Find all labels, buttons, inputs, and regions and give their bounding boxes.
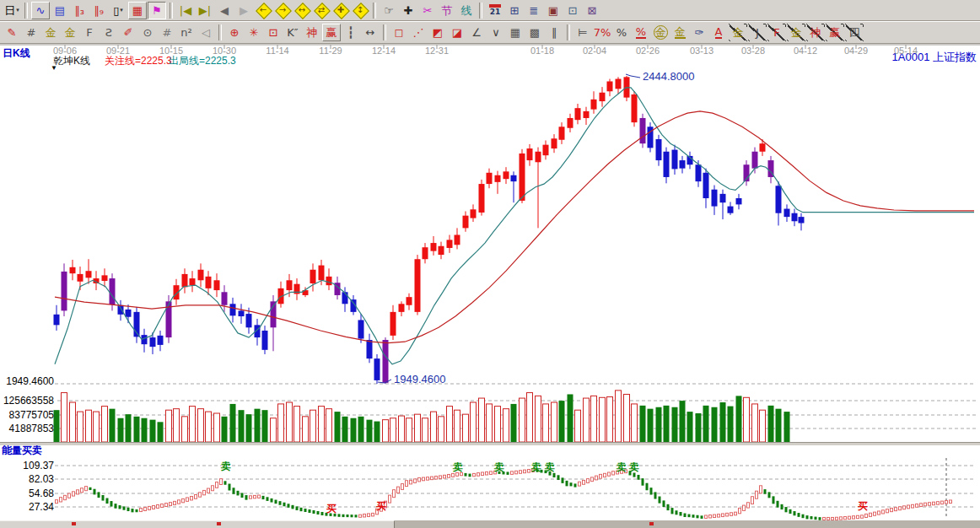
exit-line-value: 出局线=2225.3 [169, 56, 236, 67]
calendar-21-icon: 21 [490, 8, 501, 16]
drag-hand-icon: ☞ [384, 5, 394, 16]
axis-tick-label: 54.68 [0, 488, 54, 499]
grid-b-icon: ▩ [530, 27, 540, 38]
period-day-selector: 日 [4, 5, 15, 16]
axis-tick-label: 82.03 [0, 473, 54, 485]
parallel-lines-icon: ∥ [552, 27, 557, 38]
shift-right-diamond-icon: → [279, 6, 286, 14]
kline-pattern-icon: ▦ [132, 5, 143, 16]
sell-signal-label: 卖 [531, 461, 541, 475]
date-label: 11-29 [319, 46, 342, 56]
axis-tick-label: 27.34 [0, 501, 54, 513]
scrollbar-marker [217, 522, 221, 525]
send-icon: ⊠ [588, 5, 597, 16]
ruler-123-icon: ┇ [347, 27, 354, 38]
f-ruler-icon: F [86, 27, 92, 38]
axis-tick-label: 41887853 [0, 423, 54, 434]
f-slash-icon: F [773, 27, 779, 38]
date-label: 04-12 [794, 46, 817, 56]
overlay-indicator-title: 乾坤K线 [53, 56, 90, 67]
info-panel-icon: ▤ [55, 5, 65, 16]
compress-all-diamond-icon: ✚ [337, 6, 344, 14]
buy-signal-label: 买 [376, 499, 386, 514]
axis-tick-label: 1949.4600 [0, 375, 54, 387]
scrollbar-marker [649, 522, 654, 525]
scrollbar-marker [72, 522, 76, 525]
pen-measure-icon: ✑ [695, 27, 704, 38]
star-target-icon: ✳ [250, 27, 259, 38]
gauge-icon: ⊨ [578, 27, 587, 38]
date-label: 12-14 [372, 46, 396, 56]
chart-canvas[interactable] [0, 0, 980, 528]
date-label: 10-30 [213, 46, 236, 56]
attention-line-value: 关注线=2225.3 [105, 56, 172, 67]
sell-signal-label: 卖 [545, 461, 555, 475]
grid-ruler-icon: # [27, 27, 36, 38]
ying-tool-icon: 赢 [326, 27, 337, 38]
circle-target-icon: ⊕ [230, 27, 240, 38]
j-slash-icon: J [756, 27, 759, 38]
crosshair-icon: ✚ [404, 5, 413, 16]
minute-3-chart-icon: ∥₃ [74, 5, 84, 16]
percent-slash-icon: 7% [594, 27, 611, 38]
indicator-marker-icon: ▼ [51, 65, 57, 73]
axis-tick-label: 125663558 [0, 395, 54, 407]
calculator-icon: ⊞ [510, 5, 520, 16]
save-icon: ▣ [548, 5, 558, 16]
n2-ruler-icon: n² [180, 27, 191, 38]
sell-signal-label: 卖 [617, 461, 627, 475]
grid-a-icon: ▦ [510, 27, 520, 38]
sell-signal-label: 卖 [494, 461, 504, 475]
fan-left-icon: ◩ [433, 27, 443, 38]
date-label: 01-18 [530, 46, 554, 56]
axis-tick-label: 83775705 [0, 409, 54, 421]
next-page-icon: ▶ [240, 5, 248, 16]
trend-curve-icon: ∿ [36, 5, 46, 16]
a-wave-icon: A [715, 26, 723, 39]
expand-h-diamond-icon: ↔ [299, 6, 305, 14]
ray-fan-icon: ⋰ [413, 27, 424, 38]
dropdown-arrow-icon[interactable]: ▾ [120, 7, 123, 13]
angle-rays-icon: ∠ [471, 27, 482, 38]
prev-page-icon: ◀ [220, 5, 229, 16]
ying-slash-icon: 赢 [830, 27, 841, 38]
gold-line-icon: 金 [675, 26, 686, 39]
first-page-icon: |◀ [180, 5, 191, 16]
gann-box-icon: ◻ [395, 27, 404, 38]
hash-ruler-icon: # [163, 27, 172, 38]
date-label: 04-29 [844, 46, 868, 56]
horizontal-scrollbar[interactable] [0, 520, 980, 528]
triangle-flag-icon: ◁ [202, 27, 210, 38]
fan-right-icon: ◪ [452, 27, 462, 38]
percent-slash-icon[interactable]: 7% [593, 24, 611, 41]
compress-h-diamond-icon: ⇄ [318, 6, 325, 14]
gold-slash-1-icon: 金 [733, 27, 744, 38]
cut-line-icon: ✂ [423, 5, 433, 16]
minute-9-chart-icon: ∥₉ [94, 5, 104, 16]
dropdown-arrow-icon[interactable]: ▾ [16, 7, 19, 13]
pane-splitter[interactable] [0, 442, 980, 445]
buy-signal-label: 买 [858, 499, 868, 514]
clock-tool-icon: ⊙ [143, 27, 153, 38]
percent-icon: % [617, 27, 627, 38]
axis-tick-label: 109.37 [0, 460, 54, 471]
gold-slash-2-icon: 金 [791, 27, 802, 38]
gold-circle-icon: 金 [654, 25, 668, 40]
buy-signal-label: 买 [326, 502, 337, 516]
low-annotation: 1949.4600 [394, 374, 445, 385]
kline-style-icon: ▯ [113, 5, 119, 16]
k-note-icon: K″ [287, 27, 298, 38]
date-label: 05-14 [894, 46, 918, 56]
scrollbar-thumb[interactable] [0, 520, 395, 528]
date-label: 12-31 [425, 46, 449, 56]
shen-slash-icon: 神 [810, 27, 821, 38]
festival-tool-icon: 节 [442, 5, 453, 16]
last-page-icon: ▶| [199, 5, 211, 16]
date-label: 09-21 [106, 46, 130, 56]
brush-icon: ✎ [8, 27, 17, 38]
color-flag-icon: ⚑ [152, 5, 162, 16]
date-label: 03-13 [690, 46, 713, 56]
date-label: 02-26 [636, 46, 660, 56]
gold-ruler-1-icon: 金 [46, 27, 57, 38]
gold-ruler-2-icon: 金 [65, 27, 76, 38]
